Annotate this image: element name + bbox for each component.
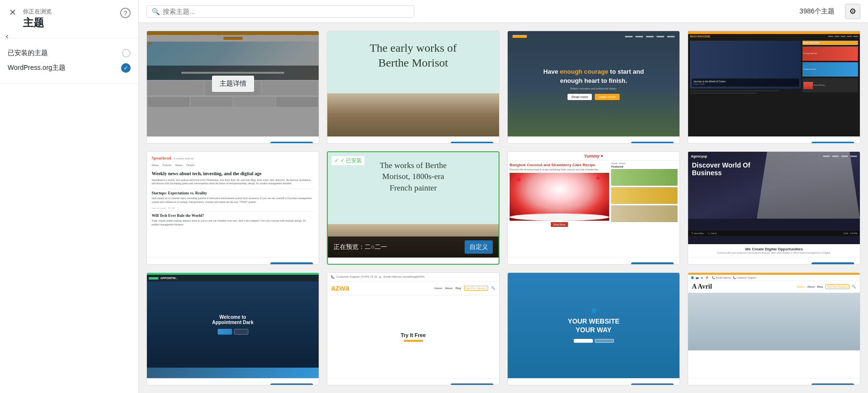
- spearhead-nav: Home Podcast Media Details: [152, 164, 314, 167]
- filter-wordpress-check[interactable]: ✓: [121, 63, 131, 73]
- agencyup-desc: Connect with your audience and expand in…: [691, 251, 857, 254]
- theme-card-azwa: 📞Customer Support 70 876 70 15 ✉Email Ad…: [327, 272, 500, 385]
- yummy-logo: Yummy ♥: [584, 154, 603, 158]
- theme-footer-agencyup: Agencyup 安装并预览: [688, 257, 860, 265]
- install-button-agencyup[interactable]: 安装并预览: [812, 262, 854, 265]
- filter-wordpress-label: WordPress.org主题: [8, 64, 66, 72]
- preview-bar: 正在预览：二○二一 自定义: [328, 236, 499, 258]
- installed-check-icon: ✓: [334, 157, 339, 164]
- search-icon: 🔍: [152, 8, 160, 15]
- bravada-learn-more[interactable]: Learn more: [595, 94, 620, 100]
- theme-preview-envo-dark: ENVO MAGAZINE: [688, 31, 860, 136]
- spearhead-body2: Sam rounds up to consider topics includi…: [152, 197, 314, 204]
- install-button-tt1[interactable]: 安装并预览: [451, 142, 493, 144]
- theme-card-envo-boxed: 主题详情 Envo Magazine Boxed 安装并预览: [146, 31, 319, 144]
- theme-footer-envo-dark: Envo Magazine Dark 安装并预览: [688, 136, 860, 144]
- help-button[interactable]: ?: [120, 8, 131, 18]
- theme-preview-tt1: The early works of Berthe Morisot: [327, 31, 499, 136]
- spearhead-body3: Some rounds enable popular industry plan…: [152, 219, 314, 226]
- install-button-bravada[interactable]: 安装并预览: [631, 142, 674, 144]
- settings-button[interactable]: ⚙: [845, 4, 860, 19]
- theme-preview-spearhead: Spearhead A weekly podcast Home Podcast …: [147, 152, 319, 257]
- tt1-heading-line2: Berthe Morisot: [378, 56, 448, 69]
- filter-section: 已安装的主题 WordPress.org主题 ✓: [0, 38, 138, 84]
- agencyup-nav: Agencyup: [688, 155, 860, 158]
- theme-footer-blue: Blue Site 安装并预览: [508, 378, 679, 385]
- spearhead-headline: Weekly news about tech, investing, and t…: [152, 170, 314, 177]
- theme-preview-yummy: Yummy ♥ Bangkok Coconut and Strawberry C…: [508, 152, 679, 257]
- sidebar-title: 主题: [23, 16, 131, 30]
- topbar: 🔍 3986个主题 ⚙: [139, 0, 868, 23]
- spearhead-section2: Startups: Expectations vs. Reality: [152, 191, 314, 195]
- install-button-envo-dark[interactable]: 安装并预览: [812, 142, 854, 144]
- theme-footer-bravada: Bravada 安装并预览: [508, 136, 679, 144]
- install-button-avril[interactable]: 安装并预览: [812, 383, 854, 385]
- theme-footer-envo-boxed: Envo Magazine Boxed 安装并预览: [147, 136, 319, 144]
- install-button-appoint[interactable]: 安装并预览: [270, 383, 313, 385]
- theme-grid: 主题详情 Envo Magazine Boxed 安装并预览 The early…: [139, 23, 868, 393]
- theme-card-envo-dark: ENVO MAGAZINE: [688, 31, 860, 144]
- tt1-installed-heading: The works of Berthe Morisot, 1800s-era F…: [375, 160, 451, 194]
- agencyup-heading: Discover World Of Business: [692, 161, 750, 178]
- tt1-installed-line2: Morisot, 1800s-era: [382, 172, 444, 181]
- agencyup-heading-line1: Discover World Of: [692, 161, 750, 169]
- close-button[interactable]: ✕: [6, 6, 19, 19]
- theme-overlay-envo-boxed: 主题详情: [147, 31, 319, 136]
- theme-count: 3986个主题: [800, 7, 835, 16]
- theme-footer-appoint: Appointmen Dark 安装并预览: [147, 378, 319, 385]
- install-button-spearhead[interactable]: 安装并预览: [270, 262, 313, 265]
- installed-badge: ✓ ✓ 已安装: [332, 156, 365, 165]
- theme-preview-appoint: APPOINTM... Welcome toAppointment Dark: [147, 273, 319, 378]
- bravada-sub: Brilliant, innovative and professional d…: [570, 87, 617, 90]
- theme-detail-button[interactable]: 主题详情: [212, 76, 254, 92]
- theme-preview-bravada: Have enough courage to start andenough h…: [508, 31, 679, 136]
- theme-preview-blue: 🌐 YOUR WEBSITEYOUR WAY: [508, 273, 679, 378]
- filter-wordpress[interactable]: WordPress.org主题 ✓: [8, 60, 131, 76]
- theme-preview-avril: 📘📷🐦📌 📞 Install Address 📞 Customer Suppor…: [688, 273, 860, 378]
- yummy-content: Bangkok Coconut and Strawberry Cake Reci…: [508, 161, 679, 229]
- bravada-heading: Have enough courage to start andenough h…: [543, 67, 644, 85]
- spearhead-body1: Spearhead is a weekly tech podcast deliv…: [152, 179, 314, 186]
- agencyup-tagline: We Create Digital Opportunities: [691, 247, 857, 251]
- sidebar-header: ‹ 你正在浏览 主题 ?: [0, 0, 138, 38]
- install-button-envo-boxed[interactable]: 安装并预览: [270, 142, 313, 144]
- filter-installed-radio[interactable]: [122, 49, 131, 57]
- agencyup-logo: Agencyup: [691, 155, 707, 158]
- theme-footer-yummy: Yummy Recipe 安装并预览: [508, 257, 679, 265]
- tt1-heading-line1: The early works of: [370, 42, 457, 54]
- theme-card-avril: 📘📷🐦📌 📞 Install Address 📞 Customer Suppor…: [688, 272, 860, 385]
- spearhead-tagline: A weekly podcast: [173, 157, 194, 160]
- theme-card-spearhead: Spearhead A weekly podcast Home Podcast …: [146, 151, 319, 265]
- theme-preview-agencyup: Agencyup Discover World Of Business: [688, 152, 860, 257]
- theme-card-blue: 🌐 YOUR WEBSITEYOUR WAY Blue Site 安装并预览: [507, 272, 680, 385]
- theme-card-tt1: The early works of Berthe Morisot TT1 Bl…: [327, 31, 500, 144]
- search-container: 🔍: [146, 5, 414, 18]
- filter-installed-label: 已安装的主题: [8, 49, 48, 57]
- install-button-azwa[interactable]: 安装并预览: [451, 383, 493, 385]
- bravada-nav: [508, 35, 679, 38]
- back-button[interactable]: ‹: [6, 31, 9, 41]
- customize-button[interactable]: 自定义: [465, 240, 493, 254]
- theme-footer-avril: Avril 安装并预览: [688, 378, 860, 385]
- theme-card-bravada: Have enough courage to start andenough h…: [507, 31, 680, 144]
- theme-footer-tt1: TT1 Blocks 安装并预览: [327, 136, 499, 144]
- preview-label: 正在预览：二○二一: [334, 243, 387, 251]
- theme-preview-azwa: 📞Customer Support 70 876 70 15 ✉Email Ad…: [327, 273, 499, 378]
- theme-preview-envo-boxed: 主题详情: [147, 31, 319, 136]
- theme-preview-tt1-installed: ✓ ✓ 已安装 The works of Berthe Morisot, 180…: [328, 152, 499, 258]
- filter-installed[interactable]: 已安装的主题: [8, 46, 131, 60]
- bravada-read-more[interactable]: Read more: [568, 94, 592, 100]
- main-content: 🔍 3986个主题 ⚙: [139, 0, 868, 393]
- installed-badge-label: ✓ 已安装: [340, 157, 362, 164]
- search-input[interactable]: [163, 8, 409, 15]
- install-button-blue[interactable]: 安装并预览: [631, 383, 674, 385]
- tt1-hero-image: [327, 93, 499, 136]
- agencyup-footer-bar: 📍 Head Office 📞 Call Us 10:06 - 7:00 PM: [688, 231, 860, 236]
- install-button-yummy[interactable]: 安装并预览: [631, 262, 674, 265]
- theme-name-tt1-installed: TT1 Blocks: [334, 263, 367, 265]
- yummy-header: Yummy ♥: [508, 152, 679, 161]
- theme-footer-spearhead: Spearhead 安装并预览: [147, 257, 319, 265]
- sidebar: ✕ ‹ 你正在浏览 主题 ? 已安装的主题 WordPress.org主题 ✓: [0, 0, 139, 393]
- theme-card-yummy: Yummy ♥ Bangkok Coconut and Strawberry C…: [507, 151, 680, 265]
- agencyup-heading-line2: Business: [692, 169, 722, 177]
